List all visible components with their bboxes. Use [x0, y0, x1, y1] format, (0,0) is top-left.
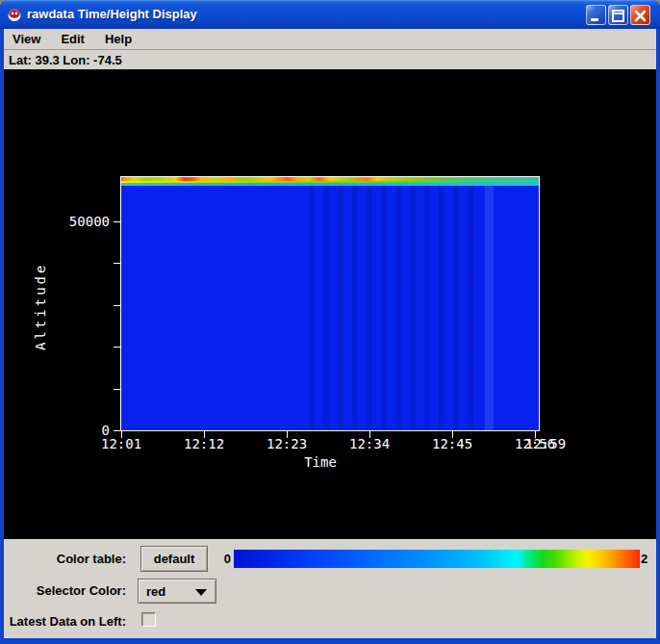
selector-color-dropdown[interactable]: red — [138, 579, 216, 604]
y-tick — [114, 263, 120, 264]
color-table-label: Color table: — [4, 552, 126, 567]
latest-data-checkbox[interactable] — [141, 612, 156, 627]
heatmap-light-column — [485, 186, 494, 430]
minimize-button[interactable] — [586, 5, 606, 25]
y-tick — [114, 389, 120, 390]
y-tick-label-50000: 50000 — [65, 214, 110, 229]
x-tick-label-overlap-2: 12:59 — [525, 436, 566, 451]
colorbar-max-label: 2 — [641, 552, 654, 566]
latest-data-label: Latest Data on Left: — [4, 614, 126, 630]
maximize-button[interactable] — [608, 5, 628, 25]
x-tick-label: 12:12 — [184, 436, 224, 451]
plot-region: 50000 0 Altitude 12:01 12:12 12:23 12:34… — [4, 69, 656, 539]
window-title: rawdata Time/Height Display — [27, 0, 197, 29]
menu-view[interactable]: View — [13, 32, 40, 46]
x-axis-title: Time — [296, 454, 344, 470]
controls-panel: Color table: default 0 2 Selector Color:… — [4, 539, 656, 638]
x-tick-label: 12:45 — [432, 436, 472, 451]
heatmap-striping — [309, 186, 476, 430]
plot-canvas[interactable] — [120, 176, 540, 431]
chevron-down-icon — [195, 589, 207, 596]
y-tick — [114, 347, 120, 348]
lat-lon-text: Lat: 39.3 Lon: -74.5 — [9, 53, 122, 67]
heatmap-body — [121, 186, 539, 430]
y-tick — [114, 305, 120, 306]
colorbar-gradient — [234, 550, 640, 568]
selector-color-value: red — [146, 584, 165, 599]
color-table-button[interactable]: default — [140, 546, 208, 572]
colorbar-min-label: 0 — [217, 552, 231, 566]
app-icon — [7, 7, 22, 22]
y-tick — [114, 430, 120, 431]
y-tick — [114, 221, 120, 222]
menu-help[interactable]: Help — [105, 32, 132, 46]
statusbar: Lat: 39.3 Lon: -74.5 — [4, 50, 656, 69]
selector-color-label: Selector Color: — [4, 583, 126, 599]
titlebar[interactable]: rawdata Time/Height Display — [0, 0, 660, 29]
close-button[interactable] — [630, 5, 650, 25]
app-window: rawdata Time/Height Display View Edit He… — [0, 0, 660, 644]
x-tick-label: 12:23 — [267, 436, 307, 451]
y-axis-title: Altitude — [33, 248, 50, 364]
menu-edit[interactable]: Edit — [61, 32, 85, 46]
menubar: View Edit Help — [4, 29, 656, 50]
x-tick-label: 12:01 — [101, 436, 141, 451]
x-tick-label: 12:34 — [349, 436, 390, 451]
